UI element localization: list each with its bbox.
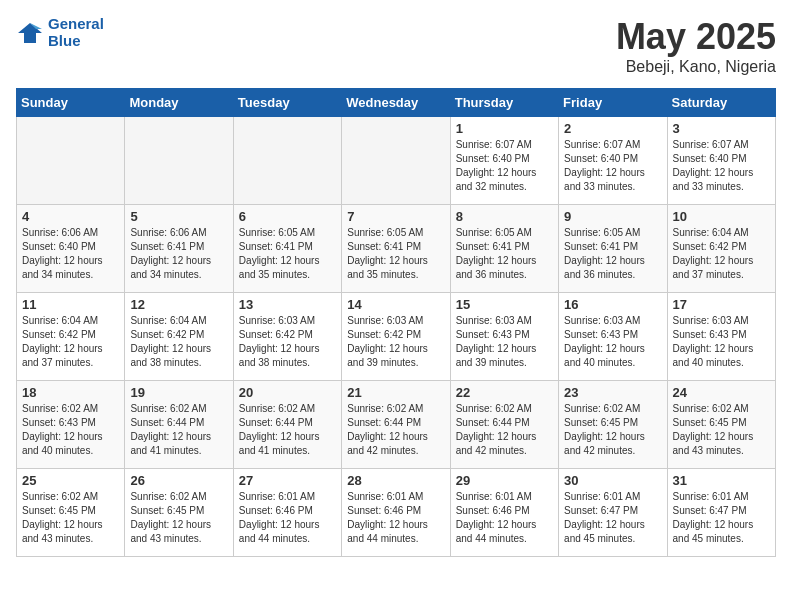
calendar-day: 28Sunrise: 6:01 AM Sunset: 6:46 PM Dayli… — [342, 469, 450, 557]
logo: General Blue — [16, 16, 104, 49]
calendar-day — [233, 117, 341, 205]
day-number: 7 — [347, 209, 444, 224]
day-number: 27 — [239, 473, 336, 488]
day-info: Sunrise: 6:04 AM Sunset: 6:42 PM Dayligh… — [673, 226, 770, 282]
calendar-day: 24Sunrise: 6:02 AM Sunset: 6:45 PM Dayli… — [667, 381, 775, 469]
calendar-day: 2Sunrise: 6:07 AM Sunset: 6:40 PM Daylig… — [559, 117, 667, 205]
calendar-week-4: 18Sunrise: 6:02 AM Sunset: 6:43 PM Dayli… — [17, 381, 776, 469]
day-number: 25 — [22, 473, 119, 488]
calendar-day: 19Sunrise: 6:02 AM Sunset: 6:44 PM Dayli… — [125, 381, 233, 469]
day-info: Sunrise: 6:02 AM Sunset: 6:45 PM Dayligh… — [564, 402, 661, 458]
day-info: Sunrise: 6:03 AM Sunset: 6:42 PM Dayligh… — [239, 314, 336, 370]
day-number: 15 — [456, 297, 553, 312]
calendar-day: 15Sunrise: 6:03 AM Sunset: 6:43 PM Dayli… — [450, 293, 558, 381]
calendar-day — [125, 117, 233, 205]
day-info: Sunrise: 6:02 AM Sunset: 6:44 PM Dayligh… — [347, 402, 444, 458]
calendar-day: 21Sunrise: 6:02 AM Sunset: 6:44 PM Dayli… — [342, 381, 450, 469]
calendar-day: 6Sunrise: 6:05 AM Sunset: 6:41 PM Daylig… — [233, 205, 341, 293]
day-number: 6 — [239, 209, 336, 224]
calendar-day: 7Sunrise: 6:05 AM Sunset: 6:41 PM Daylig… — [342, 205, 450, 293]
calendar-day: 31Sunrise: 6:01 AM Sunset: 6:47 PM Dayli… — [667, 469, 775, 557]
calendar-week-1: 1Sunrise: 6:07 AM Sunset: 6:40 PM Daylig… — [17, 117, 776, 205]
day-info: Sunrise: 6:02 AM Sunset: 6:43 PM Dayligh… — [22, 402, 119, 458]
calendar-day: 10Sunrise: 6:04 AM Sunset: 6:42 PM Dayli… — [667, 205, 775, 293]
header-wednesday: Wednesday — [342, 89, 450, 117]
calendar-day: 3Sunrise: 6:07 AM Sunset: 6:40 PM Daylig… — [667, 117, 775, 205]
calendar-day: 12Sunrise: 6:04 AM Sunset: 6:42 PM Dayli… — [125, 293, 233, 381]
day-info: Sunrise: 6:04 AM Sunset: 6:42 PM Dayligh… — [22, 314, 119, 370]
day-number: 26 — [130, 473, 227, 488]
calendar-day: 8Sunrise: 6:05 AM Sunset: 6:41 PM Daylig… — [450, 205, 558, 293]
day-number: 9 — [564, 209, 661, 224]
calendar-day: 29Sunrise: 6:01 AM Sunset: 6:46 PM Dayli… — [450, 469, 558, 557]
calendar-day: 1Sunrise: 6:07 AM Sunset: 6:40 PM Daylig… — [450, 117, 558, 205]
day-number: 18 — [22, 385, 119, 400]
calendar-day: 16Sunrise: 6:03 AM Sunset: 6:43 PM Dayli… — [559, 293, 667, 381]
day-info: Sunrise: 6:02 AM Sunset: 6:44 PM Dayligh… — [130, 402, 227, 458]
location: Bebeji, Kano, Nigeria — [616, 58, 776, 76]
day-info: Sunrise: 6:03 AM Sunset: 6:43 PM Dayligh… — [456, 314, 553, 370]
day-info: Sunrise: 6:02 AM Sunset: 6:45 PM Dayligh… — [130, 490, 227, 546]
day-number: 17 — [673, 297, 770, 312]
day-number: 14 — [347, 297, 444, 312]
calendar-day: 27Sunrise: 6:01 AM Sunset: 6:46 PM Dayli… — [233, 469, 341, 557]
day-number: 1 — [456, 121, 553, 136]
calendar-header-row: SundayMondayTuesdayWednesdayThursdayFrid… — [17, 89, 776, 117]
page-header: General Blue May 2025 Bebeji, Kano, Nige… — [16, 16, 776, 76]
day-number: 13 — [239, 297, 336, 312]
header-friday: Friday — [559, 89, 667, 117]
day-info: Sunrise: 6:06 AM Sunset: 6:40 PM Dayligh… — [22, 226, 119, 282]
day-info: Sunrise: 6:01 AM Sunset: 6:46 PM Dayligh… — [456, 490, 553, 546]
day-number: 23 — [564, 385, 661, 400]
header-saturday: Saturday — [667, 89, 775, 117]
day-info: Sunrise: 6:07 AM Sunset: 6:40 PM Dayligh… — [564, 138, 661, 194]
day-info: Sunrise: 6:01 AM Sunset: 6:46 PM Dayligh… — [239, 490, 336, 546]
day-info: Sunrise: 6:05 AM Sunset: 6:41 PM Dayligh… — [347, 226, 444, 282]
month-title: May 2025 — [616, 16, 776, 58]
calendar-day: 18Sunrise: 6:02 AM Sunset: 6:43 PM Dayli… — [17, 381, 125, 469]
day-info: Sunrise: 6:05 AM Sunset: 6:41 PM Dayligh… — [456, 226, 553, 282]
calendar-day — [342, 117, 450, 205]
title-section: May 2025 Bebeji, Kano, Nigeria — [616, 16, 776, 76]
calendar-day: 26Sunrise: 6:02 AM Sunset: 6:45 PM Dayli… — [125, 469, 233, 557]
day-info: Sunrise: 6:07 AM Sunset: 6:40 PM Dayligh… — [456, 138, 553, 194]
day-number: 10 — [673, 209, 770, 224]
day-number: 5 — [130, 209, 227, 224]
logo-line1: General — [48, 15, 104, 32]
calendar-week-5: 25Sunrise: 6:02 AM Sunset: 6:45 PM Dayli… — [17, 469, 776, 557]
day-info: Sunrise: 6:07 AM Sunset: 6:40 PM Dayligh… — [673, 138, 770, 194]
calendar-day: 25Sunrise: 6:02 AM Sunset: 6:45 PM Dayli… — [17, 469, 125, 557]
day-number: 3 — [673, 121, 770, 136]
day-info: Sunrise: 6:05 AM Sunset: 6:41 PM Dayligh… — [564, 226, 661, 282]
day-number: 4 — [22, 209, 119, 224]
day-info: Sunrise: 6:01 AM Sunset: 6:47 PM Dayligh… — [564, 490, 661, 546]
logo-text: General Blue — [48, 16, 104, 49]
day-number: 24 — [673, 385, 770, 400]
day-info: Sunrise: 6:03 AM Sunset: 6:43 PM Dayligh… — [564, 314, 661, 370]
day-info: Sunrise: 6:01 AM Sunset: 6:46 PM Dayligh… — [347, 490, 444, 546]
day-number: 11 — [22, 297, 119, 312]
header-monday: Monday — [125, 89, 233, 117]
day-number: 31 — [673, 473, 770, 488]
header-sunday: Sunday — [17, 89, 125, 117]
calendar-day: 14Sunrise: 6:03 AM Sunset: 6:42 PM Dayli… — [342, 293, 450, 381]
calendar-day: 11Sunrise: 6:04 AM Sunset: 6:42 PM Dayli… — [17, 293, 125, 381]
day-info: Sunrise: 6:06 AM Sunset: 6:41 PM Dayligh… — [130, 226, 227, 282]
logo-icon — [16, 19, 44, 47]
calendar-day: 9Sunrise: 6:05 AM Sunset: 6:41 PM Daylig… — [559, 205, 667, 293]
logo-line2: Blue — [48, 32, 81, 49]
header-tuesday: Tuesday — [233, 89, 341, 117]
day-info: Sunrise: 6:03 AM Sunset: 6:42 PM Dayligh… — [347, 314, 444, 370]
calendar-day: 23Sunrise: 6:02 AM Sunset: 6:45 PM Dayli… — [559, 381, 667, 469]
day-info: Sunrise: 6:02 AM Sunset: 6:44 PM Dayligh… — [456, 402, 553, 458]
day-number: 28 — [347, 473, 444, 488]
day-number: 2 — [564, 121, 661, 136]
day-info: Sunrise: 6:05 AM Sunset: 6:41 PM Dayligh… — [239, 226, 336, 282]
calendar-day: 20Sunrise: 6:02 AM Sunset: 6:44 PM Dayli… — [233, 381, 341, 469]
day-info: Sunrise: 6:03 AM Sunset: 6:43 PM Dayligh… — [673, 314, 770, 370]
calendar-day — [17, 117, 125, 205]
day-info: Sunrise: 6:01 AM Sunset: 6:47 PM Dayligh… — [673, 490, 770, 546]
calendar-day: 30Sunrise: 6:01 AM Sunset: 6:47 PM Dayli… — [559, 469, 667, 557]
calendar-day: 5Sunrise: 6:06 AM Sunset: 6:41 PM Daylig… — [125, 205, 233, 293]
day-number: 19 — [130, 385, 227, 400]
